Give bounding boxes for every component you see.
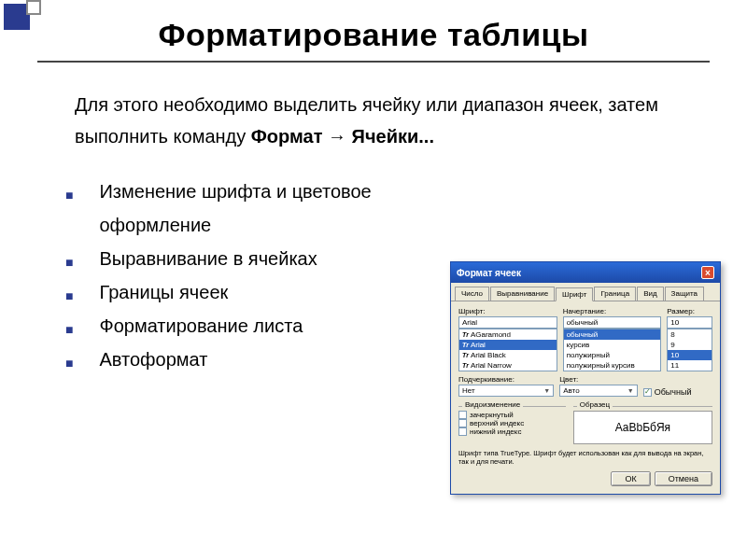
style-input[interactable]: обычный: [563, 316, 662, 329]
dialog-titlebar[interactable]: Формат ячеек ×: [451, 262, 720, 283]
page-title: Форматирование таблицы: [0, 17, 747, 53]
effects-group: Видоизменение зачеркнутый верхний индекс…: [458, 406, 566, 436]
style-list[interactable]: обычный курсив полужирный полужирный кур…: [563, 329, 662, 371]
tab-view[interactable]: Вид: [637, 287, 663, 301]
sample-group: Образец АаВbБбЯя: [573, 406, 712, 444]
list-item[interactable]: полужирный: [564, 350, 661, 360]
checkbox-icon: [458, 419, 467, 427]
effect-strikethrough[interactable]: зачеркнутый: [458, 411, 566, 419]
size-label: Размер:: [667, 307, 712, 315]
intro-text: Для этого необходимо выделить ячейку или…: [75, 89, 691, 152]
underline-label: Подчеркивание:: [458, 375, 554, 384]
checkbox-icon: [458, 411, 467, 419]
list-item[interactable]: TrArial: [459, 340, 557, 350]
normal-checkbox[interactable]: ✓ Обычный: [643, 387, 692, 397]
list-item: Автоформат: [65, 343, 458, 376]
dialog-title-text: Формат ячеек: [457, 268, 521, 278]
checkbox-icon: ✓: [643, 388, 652, 397]
size-input[interactable]: 10: [667, 316, 712, 329]
dialog-note: Шрифт типа TrueType. Шрифт будет использ…: [458, 449, 712, 466]
size-list[interactable]: 8 9 10 11: [667, 329, 712, 371]
style-label: Начертание:: [563, 307, 662, 315]
truetype-icon: Tr: [462, 342, 469, 348]
dialog-body: Шрифт: Arial TrAGaramond TrArial TrArial…: [451, 301, 720, 494]
bullet-list: Изменение шрифта и цветовое оформление В…: [65, 175, 458, 376]
list-item: Выравнивание в ячейках: [65, 242, 458, 275]
list-item: Границы ячеек: [65, 275, 458, 309]
sample-preview: АаВbБбЯя: [573, 411, 712, 444]
list-item[interactable]: 8: [668, 329, 712, 340]
list-item[interactable]: 9: [668, 340, 712, 350]
list-item: Изменение шрифта и цветовое оформление: [65, 175, 458, 242]
tab-protection[interactable]: Защита: [665, 287, 704, 301]
format-cells-dialog: Формат ячеек × Число Выравнивание Шрифт …: [450, 261, 721, 495]
truetype-icon: Tr: [462, 352, 469, 358]
checkbox-icon: [458, 427, 467, 436]
font-input[interactable]: Arial: [458, 316, 557, 329]
list-item[interactable]: курсив: [564, 340, 661, 350]
list-item[interactable]: TrAGaramond: [459, 329, 557, 340]
intro-bold: Формат → Ячейки...: [251, 126, 434, 147]
chevron-down-icon: ▼: [627, 387, 634, 394]
tab-font[interactable]: Шрифт: [556, 287, 593, 301]
font-list[interactable]: TrAGaramond TrArial TrArial Black TrAria…: [458, 329, 557, 371]
list-item[interactable]: 11: [668, 360, 712, 371]
effects-label: Видоизменение: [462, 400, 523, 409]
decor-square-outline: [26, 0, 41, 15]
truetype-icon: Tr: [462, 362, 469, 369]
list-item: Форматирование листа: [65, 309, 458, 343]
tab-number[interactable]: Число: [455, 287, 489, 301]
title-underline: [37, 61, 710, 63]
tab-alignment[interactable]: Выравнивание: [490, 287, 555, 301]
close-icon[interactable]: ×: [701, 266, 714, 279]
tab-border[interactable]: Граница: [594, 287, 636, 301]
effect-subscript[interactable]: нижний индекс: [458, 427, 566, 436]
slide-corner-decor: [4, 4, 41, 30]
chevron-down-icon: ▼: [543, 387, 550, 394]
list-item[interactable]: 10: [668, 350, 712, 360]
truetype-icon: Tr: [462, 331, 469, 338]
list-item[interactable]: TrArial Black: [459, 350, 557, 360]
ok-button[interactable]: ОК: [611, 471, 650, 486]
list-item[interactable]: обычный: [564, 329, 661, 340]
font-label: Шрифт:: [458, 307, 557, 315]
cancel-button[interactable]: Отмена: [655, 471, 712, 486]
effect-superscript[interactable]: верхний индекс: [458, 419, 566, 427]
color-label: Цвет:: [559, 375, 638, 384]
list-item[interactable]: TrArial Narrow: [459, 360, 557, 371]
sample-label: Образец: [577, 400, 613, 409]
dialog-tabs: Число Выравнивание Шрифт Граница Вид Защ…: [451, 283, 720, 301]
underline-select[interactable]: Нет▼: [458, 385, 554, 397]
color-select[interactable]: Авто▼: [559, 385, 638, 397]
list-item[interactable]: полужирный курсив: [564, 360, 661, 371]
